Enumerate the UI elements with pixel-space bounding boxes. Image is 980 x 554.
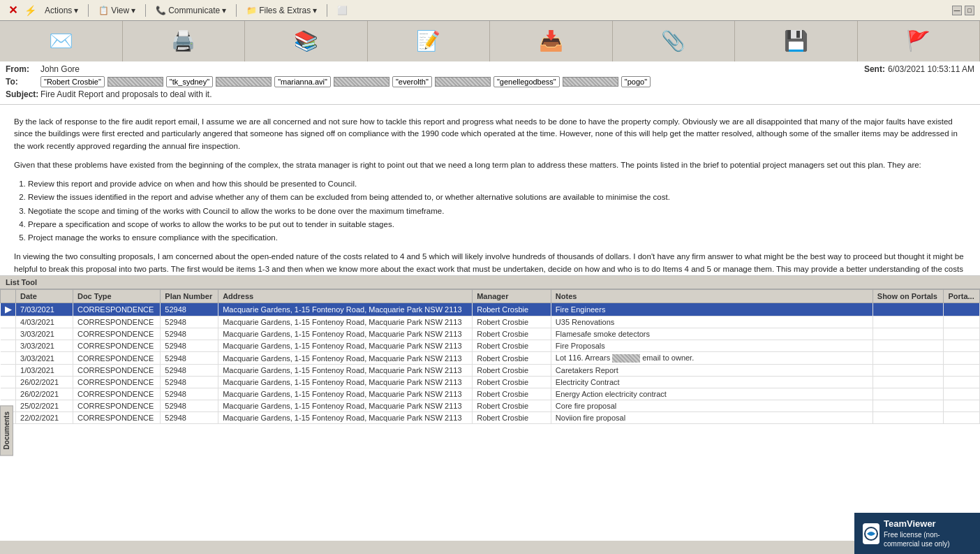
actions-button[interactable]: Actions ▾ xyxy=(40,4,82,17)
table-row[interactable]: 3/03/2021CORRESPONDENCE52948Macquarie Ga… xyxy=(1,340,980,352)
paperclip-toolbar-btn[interactable]: 📎 xyxy=(613,21,736,61)
row-portals xyxy=(944,365,980,377)
col-plan-number[interactable]: Plan Number xyxy=(161,290,218,303)
row-plan: 52948 xyxy=(161,365,218,377)
edit-toolbar-btn[interactable]: 📝 xyxy=(368,21,491,61)
close-button[interactable]: ✕ xyxy=(6,2,20,18)
table-row[interactable]: 22/02/2021CORRESPONDENCE52948Macquarie G… xyxy=(1,412,980,424)
row-address: Macquarie Gardens, 1-15 Fontenoy Road, M… xyxy=(218,412,473,424)
row-show-portals xyxy=(873,303,944,316)
col-show-portals[interactable]: Show on Portals xyxy=(873,290,944,303)
correspondence-table: Date Doc Type Plan Number Address Manage… xyxy=(0,289,980,424)
row-date: 1/03/2021 xyxy=(16,365,73,377)
row-portals xyxy=(944,388,980,400)
window-controls: — □ xyxy=(952,6,974,15)
table-row[interactable]: 1/03/2021CORRESPONDENCE52948Macquarie Ga… xyxy=(1,365,980,377)
lightning-icon: ⚡ xyxy=(24,5,36,16)
row-arrow xyxy=(1,340,16,352)
col-notes[interactable]: Notes xyxy=(551,290,873,303)
table-body: ▶7/03/2021CORRESPONDENCE52948Macquarie G… xyxy=(1,303,980,424)
flag-toolbar-btn[interactable]: 🚩 xyxy=(858,21,981,61)
teamviewer-sub: Free license (non-commercial use only) xyxy=(884,530,972,548)
documents-side-tab[interactable]: Documents xyxy=(0,405,13,455)
row-date: 4/03/2021 xyxy=(16,316,73,328)
row-date: 26/02/2021 xyxy=(16,388,73,400)
row-manager: Robert Crosbie xyxy=(473,352,551,365)
row-plan: 52948 xyxy=(161,352,218,365)
recipient-chip: "everolth" xyxy=(392,76,432,87)
email-icon: ✉️ xyxy=(49,29,73,52)
minimize-button[interactable]: — xyxy=(952,6,962,15)
col-manager[interactable]: Manager xyxy=(473,290,551,303)
email-toolbar-btn[interactable]: ✉️ xyxy=(0,21,123,61)
inbox-icon: 📥 xyxy=(539,29,563,52)
communicate-button[interactable]: 📞Communicate ▾ xyxy=(151,4,230,17)
row-manager: Robert Crosbie xyxy=(473,377,551,388)
row-portals xyxy=(944,316,980,328)
inbox-toolbar-btn[interactable]: 📥 xyxy=(490,21,613,61)
col-portals[interactable]: Porta... xyxy=(944,290,980,303)
row-address: Macquarie Gardens, 1-15 Fontenoy Road, M… xyxy=(218,377,473,388)
list-item-4: Prepare a specification and scope of wor… xyxy=(28,219,966,231)
row-notes: U35 Renovations xyxy=(551,316,873,328)
row-doc-type: CORRESPONDENCE xyxy=(73,412,160,424)
print-toolbar-btn[interactable]: 🖨️ xyxy=(123,21,246,61)
table-row[interactable]: 25/02/2021CORRESPONDENCE52948Macquarie G… xyxy=(1,400,980,412)
col-doc-type[interactable]: Doc Type xyxy=(73,290,160,303)
separator3 xyxy=(236,4,237,17)
print-icon: 🖨️ xyxy=(171,29,195,52)
row-doc-type: CORRESPONDENCE xyxy=(73,340,160,352)
from-value: John Gore xyxy=(40,64,859,74)
square-button[interactable]: ⬜ xyxy=(333,4,352,17)
teamviewer-text: TeamViewer Free license (non-commercial … xyxy=(884,518,972,548)
row-notes: Core fire proposal xyxy=(551,400,873,412)
row-doc-type: CORRESPONDENCE xyxy=(73,388,160,400)
files-extras-button[interactable]: 📁Files & Extras ▾ xyxy=(242,4,321,17)
row-doc-type: CORRESPONDENCE xyxy=(73,328,160,340)
table-row[interactable]: ▶7/03/2021CORRESPONDENCE52948Macquarie G… xyxy=(1,303,980,316)
list-tool-header: List Tool xyxy=(0,276,980,289)
col-date[interactable]: Date xyxy=(16,290,73,303)
list-tool-label: List Tool xyxy=(6,278,37,286)
row-doc-type: CORRESPONDENCE xyxy=(73,352,160,365)
to-label: To: xyxy=(6,77,40,87)
recipient-redacted xyxy=(107,77,163,87)
table-row[interactable]: 4/03/2021CORRESPONDENCE52948Macquarie Ga… xyxy=(1,316,980,328)
maximize-button[interactable]: □ xyxy=(965,6,974,15)
row-notes: Flamesafe smoke detectors xyxy=(551,328,873,340)
row-show-portals xyxy=(873,377,944,388)
row-notes: Caretakers Report xyxy=(551,365,873,377)
view-button[interactable]: 📋View ▾ xyxy=(94,4,140,17)
row-manager: Robert Crosbie xyxy=(473,365,551,377)
row-plan: 52948 xyxy=(161,388,218,400)
table-row[interactable]: 26/02/2021CORRESPONDENCE52948Macquarie G… xyxy=(1,388,980,400)
body-paragraph-1: By the lack of response to the fire audi… xyxy=(14,116,966,152)
row-date: 7/03/2021 xyxy=(16,303,73,316)
table-row[interactable]: 26/02/2021CORRESPONDENCE52948Macquarie G… xyxy=(1,377,980,388)
paperclip-icon: 📎 xyxy=(661,29,685,52)
row-notes: Lot 116. Arrears email to owner. xyxy=(551,352,873,365)
row-address: Macquarie Gardens, 1-15 Fontenoy Road, M… xyxy=(218,303,473,316)
row-plan: 52948 xyxy=(161,377,218,388)
row-portals xyxy=(944,377,980,388)
recipients-list: "Robert Crosbie" "tk_sydney" "marianna.a… xyxy=(40,76,651,87)
separator4 xyxy=(327,4,327,17)
col-address[interactable]: Address xyxy=(218,290,473,303)
row-address: Macquarie Gardens, 1-15 Fontenoy Road, M… xyxy=(218,316,473,328)
table-row[interactable]: 3/03/2021CORRESPONDENCE52948Macquarie Ga… xyxy=(1,352,980,365)
row-portals xyxy=(944,352,980,365)
row-doc-type: CORRESPONDENCE xyxy=(73,365,160,377)
row-date: 3/03/2021 xyxy=(16,328,73,340)
recipient-chip: "marianna.avi" xyxy=(274,76,331,87)
row-notes: Energy Action electricity contract xyxy=(551,388,873,400)
teamviewer-main: TeamViewer xyxy=(884,518,972,530)
row-plan: 52948 xyxy=(161,340,218,352)
row-portals xyxy=(944,400,980,412)
row-plan: 52948 xyxy=(161,316,218,328)
top-toolbar: ✕ ⚡ Actions ▾ 📋View ▾ 📞Communicate ▾ 📁Fi… xyxy=(0,0,980,21)
save-toolbar-btn[interactable]: 💾 xyxy=(735,21,858,61)
row-address: Macquarie Gardens, 1-15 Fontenoy Road, M… xyxy=(218,400,473,412)
table-row[interactable]: 3/03/2021CORRESPONDENCE52948Macquarie Ga… xyxy=(1,328,980,340)
book-toolbar-btn[interactable]: 📚 xyxy=(245,21,368,61)
row-arrow xyxy=(1,316,16,328)
